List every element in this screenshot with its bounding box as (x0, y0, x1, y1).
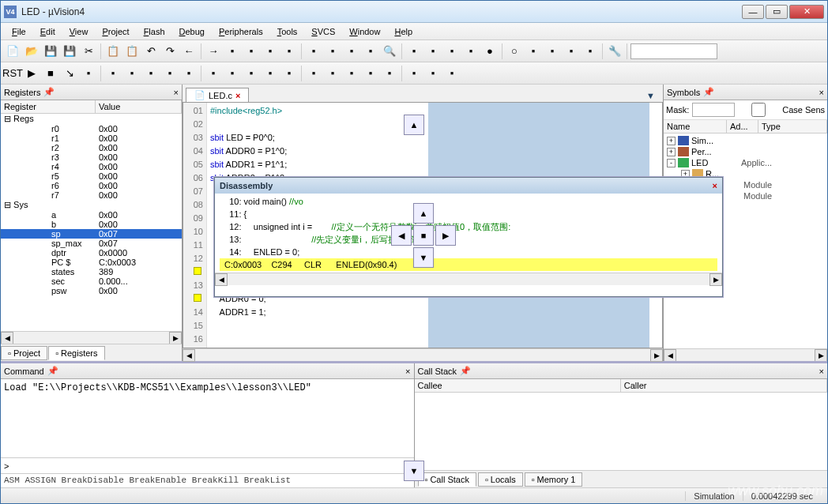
pin-icon[interactable]: 📌 (47, 366, 58, 376)
registers-col-value[interactable]: Value (96, 100, 182, 113)
maximize-button[interactable]: ▭ (766, 5, 788, 19)
dock-target-center[interactable]: ▲ ◀■▶ ▼ (390, 202, 457, 269)
close-icon[interactable]: × (819, 88, 824, 97)
find-button[interactable]: 🔍 (381, 43, 398, 60)
tab-registers[interactable]: ▫Registers (48, 346, 104, 360)
callstack-win-button[interactable]: ▪ (243, 65, 260, 82)
menu-flash[interactable]: Flash (137, 25, 171, 38)
registers-win-button[interactable]: ▪ (224, 65, 241, 82)
menu-project[interactable]: Project (96, 25, 135, 38)
register-row[interactable]: sec0.000... (1, 276, 182, 286)
bookmark-next-button[interactable]: ▪ (262, 43, 279, 60)
symbols-col-name[interactable]: Name (664, 120, 727, 133)
pin-icon[interactable]: 📌 (43, 87, 55, 97)
command-output[interactable]: Load "E:\\Projects\\KDB-MCS51\\Examples\… (1, 379, 414, 457)
debug-restore-button[interactable]: ▪ (443, 65, 461, 82)
bookmark-clear-button[interactable]: ▪ (280, 43, 298, 60)
hscroll-right-icon[interactable]: ▶ (650, 349, 663, 362)
redo-button[interactable]: ↷ (161, 43, 179, 60)
close-icon[interactable]: × (174, 88, 179, 97)
red-dot-button[interactable]: ● (481, 43, 499, 60)
performance-button[interactable]: ▪ (362, 65, 379, 82)
menu-file[interactable]: File (6, 25, 32, 38)
register-row[interactable]: sp0x07 (1, 229, 182, 239)
tab-call-stack[interactable]: ▫Call Stack (418, 472, 476, 487)
breakpoint-button[interactable]: ▪ (544, 43, 561, 60)
register-row[interactable]: dptr0x0000 (1, 248, 182, 258)
register-row[interactable]: Regs (1, 114, 182, 124)
undo-button[interactable]: ↶ (142, 43, 160, 60)
paste-button[interactable]: 📋 (123, 43, 141, 60)
symbols-col-type[interactable]: Type (758, 120, 827, 133)
symbols-col-addr[interactable]: Ad... (727, 120, 758, 133)
step-out-button[interactable]: ▪ (104, 65, 122, 82)
callstack-col-caller[interactable]: Caller (621, 379, 827, 392)
register-row[interactable]: r10x00 (1, 134, 182, 143)
macro-button[interactable]: ▪ (424, 43, 442, 60)
disasm-win-button[interactable]: ▪ (180, 65, 198, 82)
tab-memory-1[interactable]: ▫Memory 1 (525, 472, 583, 487)
menu-view[interactable]: View (63, 25, 95, 38)
file-tab-led[interactable]: 📄 LED.c × (186, 88, 249, 102)
cut-button[interactable]: ✂ (80, 43, 97, 60)
register-row[interactable]: r70x00 (1, 190, 182, 200)
menu-peripherals[interactable]: Peripherals (213, 25, 269, 38)
scroll-left-icon[interactable]: ◀ (1, 332, 13, 344)
trace-button[interactable]: ▪ (343, 65, 360, 82)
run-to-cursor-button[interactable]: ▪ (123, 65, 141, 82)
command-input[interactable]: > (1, 457, 414, 473)
scroll-right-icon[interactable]: ▶ (169, 332, 182, 344)
open-file-button[interactable]: 📂 (23, 43, 40, 60)
serial-win-button[interactable]: ▪ (305, 65, 322, 82)
hscroll-left-icon[interactable]: ◀ (183, 349, 195, 362)
bookmark-toggle-button[interactable]: ▪ (224, 43, 241, 60)
tab-locals[interactable]: ▫Locals (478, 472, 523, 487)
uncomment-button[interactable]: ▪ (362, 43, 379, 60)
register-row[interactable]: PC $C:0x0003 (1, 258, 182, 267)
register-row[interactable]: states389 (1, 267, 182, 276)
register-row[interactable]: psw0x00 (1, 286, 182, 295)
close-tab-icon[interactable]: × (235, 91, 240, 100)
analysis-win-button[interactable]: ▪ (324, 65, 341, 82)
register-row[interactable]: r40x00 (1, 162, 182, 171)
register-row[interactable]: a0x00 (1, 210, 182, 220)
window-list-button[interactable]: ▪ (581, 43, 599, 60)
register-row[interactable]: r30x00 (1, 152, 182, 162)
symbol-node[interactable]: -LEDApplic... (665, 157, 826, 168)
memory-win-button[interactable]: ▪ (280, 65, 298, 82)
forward-button[interactable]: → (205, 43, 222, 60)
system-viewer-button[interactable]: ▪ (405, 65, 423, 82)
pin-icon[interactable]: 📌 (703, 87, 714, 97)
configure-button[interactable]: ▪ (443, 43, 461, 60)
close-icon[interactable]: × (405, 367, 410, 376)
target-combo[interactable] (630, 43, 717, 59)
new-file-button[interactable]: 📄 (4, 43, 21, 60)
show-next-button[interactable]: ▪ (142, 65, 160, 82)
comment-button[interactable]: ▪ (343, 43, 360, 60)
save-button[interactable]: 💾 (42, 43, 59, 60)
register-row[interactable]: r50x00 (1, 171, 182, 181)
command-win-button[interactable]: ▪ (161, 65, 179, 82)
pin-icon[interactable]: 📌 (460, 366, 471, 376)
dock-target-bottom[interactable]: ▼ (403, 460, 425, 482)
register-row[interactable]: r60x00 (1, 181, 182, 190)
menu-help[interactable]: Help (388, 25, 419, 38)
target-options-button[interactable]: ▪ (462, 43, 480, 60)
sym-scroll-right-icon[interactable]: ▶ (815, 349, 827, 362)
register-row[interactable]: r00x00 (1, 124, 182, 134)
menu-debug[interactable]: Debug (173, 25, 211, 38)
tab-project[interactable]: ▫Project (1, 346, 47, 360)
callstack-body[interactable] (415, 393, 828, 470)
step-button[interactable]: ↘ (61, 65, 78, 82)
reset-button[interactable]: RST (4, 65, 21, 82)
minimize-button[interactable]: — (742, 5, 764, 19)
sym-scroll-left-icon[interactable]: ◀ (664, 349, 676, 362)
menu-svcs[interactable]: SVCS (305, 25, 341, 38)
register-row[interactable]: b0x00 (1, 220, 182, 229)
breakpoint-all-button[interactable]: ▪ (563, 43, 580, 60)
indent-left-button[interactable]: ▪ (305, 43, 322, 60)
menu-tools[interactable]: Tools (271, 25, 304, 38)
watch-win-button[interactable]: ▪ (262, 65, 279, 82)
close-icon[interactable]: × (819, 367, 824, 376)
dock-target-top[interactable]: ▲ (403, 114, 425, 136)
